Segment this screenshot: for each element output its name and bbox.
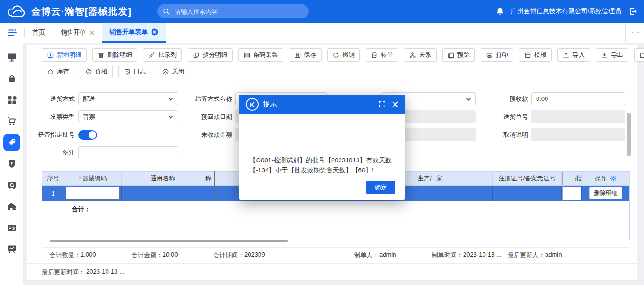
tab-label: 销售开单	[61, 28, 86, 37]
close-tab-icon[interactable]	[151, 28, 158, 36]
toolbar-row-1: 新增明细 删除明细 批录列 拆分明细 条码采集 保存 撤销 转单	[42, 48, 644, 62]
close-button[interactable]: 关闭	[157, 65, 189, 78]
cancel-note-label: 取消说明	[485, 128, 528, 141]
advance-payment-input[interactable]	[531, 92, 625, 105]
batch-edit-button[interactable]: 批录列	[143, 48, 182, 62]
sidebar-item-sales[interactable]	[1, 132, 22, 153]
search-input[interactable]	[174, 8, 303, 16]
notification-bell-icon[interactable]	[496, 7, 504, 16]
safe-search-icon	[7, 180, 17, 190]
logout-icon[interactable]	[628, 7, 637, 16]
column-settings-gear-icon[interactable]	[610, 175, 617, 182]
delivery-method-select[interactable]: 配送	[78, 92, 178, 105]
total-label: 合计：	[64, 205, 90, 214]
tag-icon	[7, 138, 17, 147]
remark-input[interactable]	[78, 146, 178, 159]
print-button[interactable]: 打印	[481, 48, 513, 62]
sidebar-item-apps[interactable]	[1, 89, 22, 110]
batch-edit-icon	[148, 52, 155, 59]
price-icon	[85, 68, 92, 75]
button-label: 打印	[496, 51, 508, 59]
total-amount-value: 10.00	[162, 251, 178, 258]
cell-device-code	[64, 186, 122, 201]
tab-label: 销售开单表单	[109, 28, 148, 36]
tab-home[interactable]: 首页	[25, 23, 53, 43]
import-icon	[563, 52, 570, 59]
barcode-icon	[243, 52, 250, 59]
left-sidebar: $	[0, 43, 24, 285]
template-button[interactable]: 模板	[519, 48, 552, 62]
delivery-method-label: 送货方式	[27, 92, 75, 105]
last-update-time-label: 最后更新时间：	[42, 268, 85, 276]
button-label: 条码采集	[253, 51, 278, 59]
maximize-icon[interactable]	[379, 101, 385, 107]
close-circle-icon	[162, 68, 169, 75]
tab-sales-order[interactable]: 销售开单	[53, 23, 102, 43]
sidebar-item-query[interactable]	[1, 174, 22, 196]
total-amount-label: 合计金额：	[132, 251, 162, 259]
sidebar-item-security[interactable]	[1, 153, 22, 174]
stock-button[interactable]: 库存	[42, 65, 74, 78]
sidebar-item-workbench[interactable]	[1, 46, 22, 68]
save-button[interactable]: 保存	[289, 48, 322, 62]
creator-value: admin	[379, 251, 396, 258]
col-seq: 序号	[42, 172, 64, 185]
vertical-scrollbar[interactable]	[627, 113, 631, 156]
sidebar-collapse-icon[interactable]	[7, 28, 18, 37]
button-label: 价格	[95, 67, 107, 76]
cell-generic-name	[122, 186, 204, 201]
horizontal-scrollbar[interactable]	[50, 240, 288, 242]
sidebar-item-finance[interactable]: $	[1, 217, 22, 238]
export-button[interactable]: 导出	[596, 48, 628, 62]
barcode-collect-button[interactable]: 条码采集	[238, 48, 283, 62]
split-detail-button[interactable]: 拆分明细	[188, 48, 233, 62]
template-icon	[524, 52, 531, 59]
relation-button[interactable]: 关系	[404, 48, 437, 62]
file-button[interactable]: 文件	[634, 48, 644, 62]
dialog-header[interactable]: K 提示	[239, 95, 405, 114]
tab-more-button[interactable]: ···	[625, 23, 640, 42]
k-logo-icon: K	[245, 97, 259, 111]
user-company-info[interactable]: 广州金博信息技术有限公司\系统管理员	[511, 7, 621, 16]
button-label: 模板	[534, 51, 546, 59]
device-code-input[interactable]	[66, 187, 120, 200]
finance-card-icon: $	[7, 223, 17, 233]
save-icon	[294, 52, 301, 59]
global-search	[157, 4, 309, 18]
sidebar-item-purchase[interactable]	[1, 110, 22, 132]
shield-icon	[7, 159, 17, 169]
sidebar-item-report[interactable]	[1, 238, 22, 259]
sidebar-item-warehouse[interactable]	[1, 196, 22, 217]
price-button[interactable]: 价格	[80, 65, 113, 78]
import-button[interactable]: 导入	[557, 48, 590, 62]
specify-batch-toggle[interactable]	[78, 130, 97, 140]
add-detail-button[interactable]: 新增明细	[42, 48, 87, 62]
sidebar-item-pos[interactable]	[1, 68, 22, 89]
dialog-ok-button[interactable]: 确定	[366, 181, 395, 194]
specify-batch-label: 是否指定批号	[27, 128, 75, 141]
delivery-no-field	[531, 110, 625, 123]
total-qty-value: 1.000	[80, 251, 96, 258]
chevron-down-icon	[466, 98, 471, 101]
batch-input[interactable]	[562, 187, 582, 200]
undo-button[interactable]: 撤销	[327, 48, 360, 62]
preview-button[interactable]: 预览	[442, 48, 475, 62]
delete-detail-button[interactable]: 删除明细	[92, 48, 137, 62]
home-icon	[47, 68, 54, 75]
col-label: 操作	[595, 174, 607, 183]
close-icon[interactable]	[392, 101, 398, 107]
close-tab-icon[interactable]	[89, 30, 94, 35]
advance-payment-label: 预收款	[485, 92, 528, 105]
app-header: 金博云·瀚智[器械批发] 广州金博信息技术有限公司\系统管理员	[0, 0, 644, 23]
row-delete-detail-button[interactable]: 删除明细	[589, 187, 622, 199]
button-label: 新增明细	[57, 51, 81, 59]
tab-sales-order-form[interactable]: 销售开单表单	[102, 23, 166, 43]
remark-label: 备注	[27, 146, 75, 159]
dialog-title: 提示	[263, 100, 379, 109]
column-resize-indicator	[214, 171, 215, 200]
table-empty-area	[42, 217, 629, 240]
col-device-code: * 器械编码	[64, 172, 122, 185]
transfer-button[interactable]: 转单	[366, 48, 398, 62]
log-button[interactable]: 日志	[118, 65, 151, 78]
invoice-type-select[interactable]: 普票	[78, 110, 178, 123]
